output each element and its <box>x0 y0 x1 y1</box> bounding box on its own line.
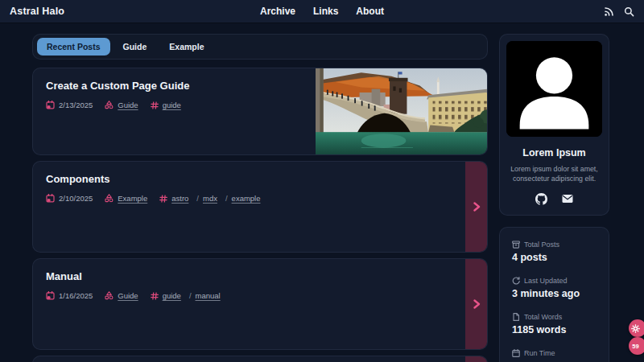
site-stats-card: Total Posts 4 posts Last Updated 3 minut… <box>499 227 609 362</box>
stat-label: Total Words <box>524 313 562 321</box>
post-meta: 2/13/2025 Guide guide <box>46 101 474 109</box>
stat-total-posts: Total Posts 4 posts <box>512 241 597 263</box>
post-card[interactable]: Components 2/10/2025 Example astro mdx <box>32 161 488 253</box>
tag-link[interactable]: astro <box>171 194 188 203</box>
page-layout: Recent Posts Guide Example Create a Cust… <box>0 23 644 362</box>
category-link[interactable]: Guide <box>118 101 138 109</box>
tag-link[interactable]: guide <box>163 291 181 300</box>
post-card-partial[interactable] <box>32 356 488 362</box>
category-link[interactable]: Example <box>118 194 147 203</box>
post-tags-group: guide <box>151 101 181 109</box>
category-link[interactable]: Guide <box>118 291 138 300</box>
shapes-icon <box>105 291 114 300</box>
stat-label: Last Updated <box>524 277 568 285</box>
main-column: Recent Posts Guide Example Create a Cust… <box>32 34 488 362</box>
refresh-icon <box>512 277 520 285</box>
stat-run-time: Run Time 9 months <box>512 349 597 362</box>
post-category-group: Guide <box>105 101 138 109</box>
post-category-group: Guide <box>105 291 138 300</box>
hash-icon <box>151 292 159 300</box>
stat-value: 1185 words <box>512 324 597 335</box>
calendar-clock-icon <box>46 101 55 109</box>
stat-value: 4 posts <box>512 252 597 263</box>
nav-link-about[interactable]: About <box>356 6 384 17</box>
stat-value: 3 minutes ago <box>512 288 597 299</box>
post-card[interactable]: Create a Custom Page Guide 2/13/2025 Gui… <box>32 68 488 155</box>
post-card[interactable]: Manual 1/16/2025 Guide guide manual <box>32 258 488 350</box>
hash-icon <box>159 195 167 203</box>
calendar-icon <box>512 349 520 357</box>
navbar: Astral Halo Archive Links About <box>0 0 644 23</box>
rss-icon[interactable] <box>603 6 614 17</box>
archive-icon <box>512 241 520 249</box>
post-date-group: 1/16/2025 <box>46 291 93 300</box>
post-title[interactable]: Manual <box>46 270 474 282</box>
post-date-group: 2/10/2025 <box>46 194 93 203</box>
post-meta: 2/10/2025 Example astro mdx example <box>46 194 474 203</box>
calendar-clock-icon <box>46 194 55 203</box>
post-tags-group: astro mdx example <box>159 194 260 203</box>
post-date-group: 2/13/2025 <box>46 101 93 109</box>
nav-links: Archive Links About <box>260 6 384 17</box>
post-filter-tabs: Recent Posts Guide Example <box>32 34 488 60</box>
post-title[interactable]: Components <box>46 173 474 185</box>
nav-link-links[interactable]: Links <box>313 6 338 17</box>
file-icon <box>512 313 520 321</box>
stat-last-updated: Last Updated 3 minutes ago <box>512 277 597 299</box>
gear-icon <box>631 324 640 333</box>
github-icon[interactable] <box>535 193 547 205</box>
stat-label: Run Time <box>524 349 555 357</box>
post-meta: 1/16/2025 Guide guide manual <box>46 291 474 300</box>
shapes-icon <box>105 101 114 109</box>
profile-name: Lorem Ipsum <box>506 147 602 158</box>
search-icon[interactable] <box>623 6 634 17</box>
profile-bio: Lorem ipsum dolor sit amet, consectetur … <box>506 164 602 184</box>
post-category-group: Example <box>105 194 147 203</box>
post-date: 2/13/2025 <box>59 101 93 109</box>
tab-recent-posts[interactable]: Recent Posts <box>37 38 110 56</box>
chevron-right-icon <box>471 201 482 212</box>
read-post-strip[interactable] <box>465 356 487 362</box>
tab-example[interactable]: Example <box>159 38 213 56</box>
tag-link[interactable]: mdx <box>203 194 217 203</box>
tag-link[interactable]: guide <box>163 101 181 109</box>
post-title[interactable]: Create a Custom Page Guide <box>46 80 474 92</box>
tag-link[interactable]: example <box>232 194 261 203</box>
sidebar: Lorem Ipsum Lorem ipsum dolor sit amet, … <box>499 34 609 362</box>
mail-icon[interactable] <box>562 193 574 205</box>
stat-label: Total Posts <box>524 241 559 249</box>
profile-social-links <box>506 193 602 205</box>
post-date: 1/16/2025 <box>59 291 93 300</box>
settings-button[interactable] <box>629 319 644 337</box>
stat-total-words: Total Words 1185 words <box>512 313 597 335</box>
calendar-clock-icon <box>46 291 55 300</box>
scroll-percentage-button[interactable]: 59 <box>629 337 644 355</box>
person-silhouette-icon <box>506 41 602 137</box>
site-brand[interactable]: Astral Halo <box>10 6 64 17</box>
nav-link-archive[interactable]: Archive <box>260 6 295 17</box>
profile-card: Lorem Ipsum Lorem ipsum dolor sit amet, … <box>499 34 609 216</box>
nav-actions <box>603 6 634 17</box>
avatar[interactable] <box>506 41 602 137</box>
hash-icon <box>151 101 159 109</box>
shapes-icon <box>105 194 114 203</box>
post-date: 2/10/2025 <box>59 194 93 203</box>
chevron-right-icon <box>471 298 482 310</box>
tag-link[interactable]: manual <box>196 291 221 300</box>
tab-guide[interactable]: Guide <box>114 38 157 56</box>
post-tags-group: guide manual <box>151 291 221 300</box>
scroll-percentage: 59 <box>632 343 638 350</box>
